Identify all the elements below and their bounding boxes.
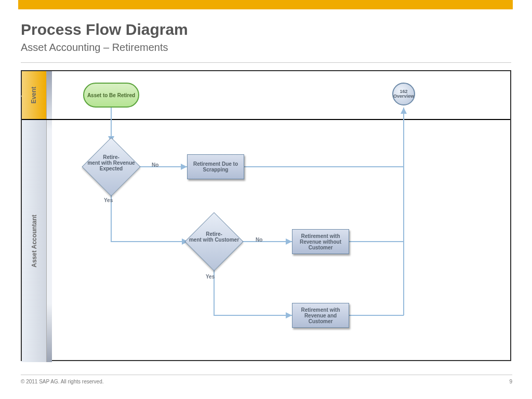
- diagram-frame: Event Asset Accountant Asset to Be Retir…: [21, 70, 511, 361]
- flow-connectors: [22, 71, 512, 362]
- swimlane-divider: [22, 119, 510, 120]
- end-event-overview: 162 Overview: [392, 83, 415, 105]
- footer-divider: [21, 375, 512, 375]
- footer-page-number: 9: [509, 379, 512, 384]
- decision-retirement-with-customer-label: Retire-ment with Customer: [185, 231, 243, 243]
- decision-retirement-revenue-expected-label: Retire-ment with Revenue Expected: [83, 154, 140, 171]
- edge-label-yes-1: Yes: [104, 197, 113, 203]
- start-event-asset-to-be-retired: Asset to Be Retired: [83, 83, 139, 108]
- swimlane-event: Event: [22, 71, 47, 119]
- page-title: Process Flow Diagram: [21, 21, 188, 38]
- page-subtitle: Asset Accounting – Retirements: [21, 42, 168, 54]
- brand-top-bar: [18, 0, 513, 9]
- edge-label-no-2: No: [256, 237, 262, 243]
- process-retirement-scrapping: Retirement Due to Scrapping: [187, 154, 244, 179]
- process-retirement-revenue-without-customer: Retirement with Revenue without Customer: [292, 229, 349, 254]
- footer: © 2011 SAP AG. All rights reserved. 9: [0, 375, 532, 390]
- swimlane-asset-accountant: Asset Accountant: [22, 120, 47, 362]
- footer-copyright: © 2011 SAP AG. All rights reserved.: [21, 379, 104, 384]
- edge-label-no-1: No: [152, 162, 158, 168]
- swimlane-gutter: [47, 71, 52, 362]
- swimlane-event-label: Event: [31, 87, 38, 104]
- swimlane-accountant-label: Asset Accountant: [31, 215, 38, 268]
- edge-label-yes-2: Yes: [206, 274, 215, 280]
- title-divider: [21, 62, 511, 63]
- process-retirement-revenue-and-customer: Retirement with Revenue and Customer: [292, 303, 349, 328]
